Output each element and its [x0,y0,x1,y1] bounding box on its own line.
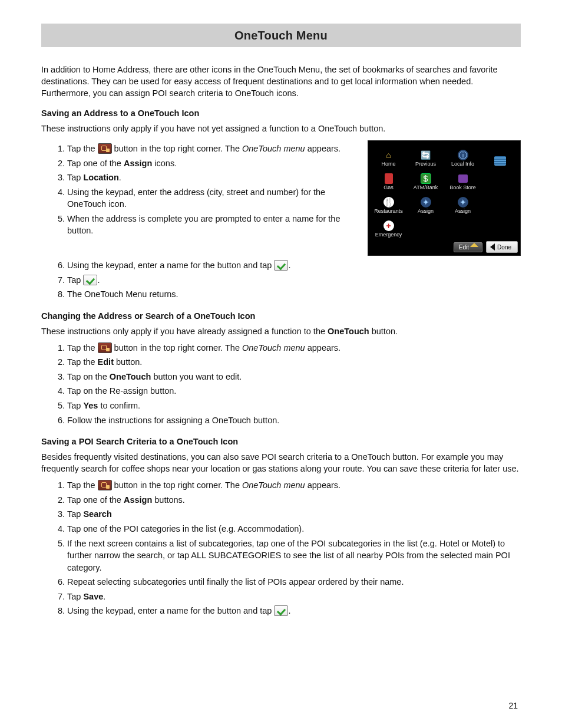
edit-label: Edit [459,244,469,251]
step-text-italic: OneTouch menu [242,343,305,353]
step-text: Tap [67,509,83,519]
section1-lead: These instructions only apply if you hav… [41,123,521,134]
step-text: Tap on the [67,372,110,381]
intro-paragraph: In addition to Home Address, there are o… [41,64,521,99]
lead-text: button. [369,327,398,336]
list-item: Tap Search [67,508,521,521]
device-footer: Edit Done [368,239,520,255]
device-cell-label: Book Store [449,185,476,190]
back-arrow-icon [490,243,495,251]
device-cell-assign[interactable]: ✦Assign [445,192,481,214]
step-text: . [288,606,290,615]
device-cell-empty-13 [408,215,444,238]
page-title-banner: OneTouch Menu [41,24,521,47]
section1-steps-cont: Using the keypad, enter a name for the b… [41,259,521,301]
device-cell-label: Restaurants [374,208,403,214]
step-text: . [103,592,105,601]
onetouch-menu-screenshot: ⌂Home🔄PreviousⓘLocal InfoGas$ATM/BankBoo… [368,140,521,256]
list-item: The OneTouch Menu returns. [67,288,521,301]
device-cell-label: Local Info [451,161,474,167]
step-text: button in the top right corner. The [112,343,242,353]
device-cell-empty-11 [482,192,518,214]
page-number: 21 [508,701,518,710]
page-title: OneTouch Menu [234,29,328,42]
confirm-check-icon [274,605,288,616]
device-frame: ⌂Home🔄PreviousⓘLocal InfoGas$ATM/BankBoo… [368,140,521,256]
device-cell-label: Gas [384,185,394,190]
confirm-check-icon [83,275,97,285]
step-text: appears. [305,144,340,153]
list-item: Tap the Edit button. [67,356,521,368]
device-grid: ⌂Home🔄PreviousⓘLocal InfoGas$ATM/BankBoo… [368,143,520,239]
section2-lead: These instructions only apply if you hav… [41,325,521,337]
lead-text-bold: OneTouch [328,327,369,336]
pencil-icon [470,243,478,251]
step-text: Using the keypad, enter a name for the b… [67,261,274,270]
step-text: Tap [67,173,83,182]
list-item: When the address is complete you are pro… [67,213,358,237]
step-text-bold: Search [83,509,111,519]
list-item: Using the keypad, enter the address (cit… [67,186,358,210]
list-item: Tap the button in the top right corner. … [67,479,521,492]
step-text-bold: Assign [124,495,152,505]
device-cell-home[interactable]: ⌂Home [371,144,406,167]
step-text-italic: OneTouch menu [242,144,305,153]
done-button[interactable]: Done [486,241,518,253]
device-cell-empty-7 [482,168,518,190]
list-item: Tap one of the Assign icons. [67,157,358,170]
done-label: Done [497,244,511,251]
step-text-italic: OneTouch menu [242,480,305,490]
step-text: to confirm. [98,401,140,410]
list-item: Using the keypad, enter a name for the b… [67,605,521,617]
step-text-bold: Yes [83,401,98,410]
device-cell-assign[interactable]: ✦Assign [408,192,444,214]
device-cell-previous[interactable]: 🔄Previous [408,144,444,167]
step-text: Tap the [67,357,98,367]
list-item: Tap one of the POI categories in the lis… [67,523,521,535]
step-text-bold: OneTouch [110,372,151,381]
step-text: Tap [67,401,83,410]
step-text: button in the top right corner. The [112,480,242,490]
device-cell-local-info[interactable]: ⓘLocal Info [445,144,481,167]
device-cell-restaurants[interactable]: 🍴Restaurants [371,192,406,214]
list-item: Tap on the Re-assign button. [67,385,521,397]
step-text: button. [114,357,142,367]
section3-lead: Besides frequently visited destinations,… [41,451,521,475]
device-cell-book-store[interactable]: Book Store [445,168,481,190]
list-item: Tap Save. [67,591,521,603]
list-item: Using the keypad, enter a name for the b… [67,259,521,272]
step-text: Using the keypad, enter a name for the b… [67,606,274,615]
device-cell-label: Emergency [375,232,402,238]
device-cell-emergency[interactable]: +Emergency [371,215,406,238]
step-text: icons. [152,159,177,168]
step-text: Tap one of the [67,495,124,505]
edit-button[interactable]: Edit [454,242,482,252]
device-cell-label: Home [381,161,395,167]
list-item: If the next screen contains a list of su… [67,538,521,574]
list-item: Tap the button in the top right corner. … [67,342,521,354]
list-item: Tap one of the Assign buttons. [67,494,521,506]
onetouch-button-icon [98,342,112,353]
list-item: Tap the button in the top right corner. … [67,143,358,155]
step-text: Tap the [67,144,98,153]
step-text: button in the top right corner. The [112,144,242,153]
list-item: Tap . [67,274,521,286]
step-text: appears. [305,343,340,353]
step-text: buttons. [152,495,185,505]
step-text-bold: Assign [124,159,152,168]
device-cell-atm-bank[interactable]: $ATM/Bank [408,168,444,190]
step-text: Tap the [67,343,98,353]
page-21: OneTouch Menu In addition to Home Addres… [0,0,562,728]
device-cell-empty-3 [482,144,518,167]
step-text: Tap the [67,480,98,490]
device-cell-gas[interactable]: Gas [371,168,406,190]
step-text: appears. [305,480,340,490]
device-cell-label: ATM/Bank [414,185,438,190]
step-text-bold: Save [83,592,103,601]
step-text: . [119,173,121,182]
step-text: Tap [67,275,83,285]
section1-body: Tap the button in the top right corner. … [41,139,521,256]
list-item: Repeat selecting subcategories until fin… [67,576,521,588]
confirm-check-icon [274,260,288,271]
step-text: . [97,275,100,285]
